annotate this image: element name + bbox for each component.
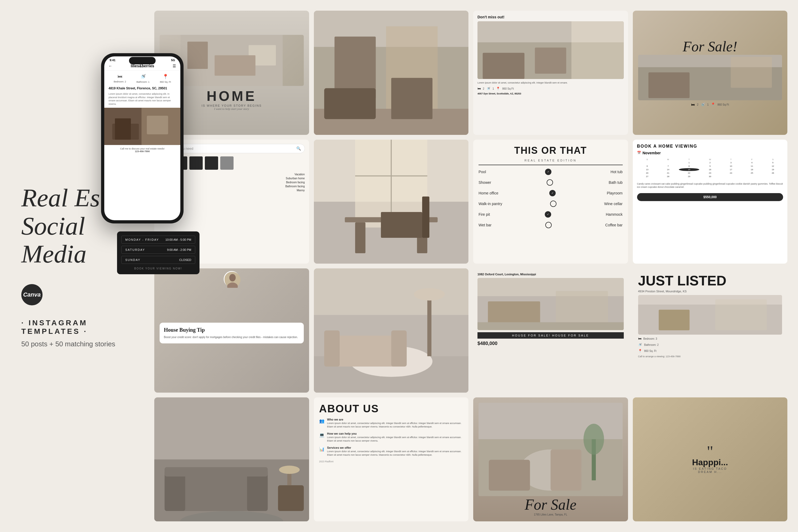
- sqft-info: 📍 860 Sq. Ft: [160, 74, 171, 83]
- template-grid: HOME IS WHERE YOUR STORY BEGINS I want t…: [154, 11, 787, 521]
- phone-signal: 5G: [171, 58, 175, 62]
- svg-rect-25: [731, 57, 772, 88]
- phone-back-icon[interactable]: ←: [109, 64, 112, 68]
- svg-rect-19: [571, 21, 624, 79]
- cell-tan-interior: [314, 268, 469, 393]
- about-who-section: 👥 Who we are Lorem ipsum dolor sit amet,…: [319, 418, 463, 429]
- about-year: 2023 Radfont: [319, 460, 463, 463]
- instagram-label: · INSTAGRAM TEMPLATES ·: [21, 319, 149, 336]
- schedule-card: MONDAY - FRIDAY 10:00 AM - 5:00 PM SATUR…: [117, 231, 200, 274]
- phone-app-name: lilies&berries: [131, 64, 154, 68]
- cell-this-or-that: THIS OR THAT REAL ESTATE EDITION Pool ✓ …: [473, 140, 628, 264]
- cell-about-us: ABOUT US 👥 Who we are Lorem ipsum dolor …: [314, 397, 469, 521]
- phone-property-icons: 🛏 Bedroom: 2 🚿 Bathroom: 1 📍 860 Sq. Ft: [104, 71, 180, 86]
- svg-rect-16: [391, 78, 432, 119]
- who-icon: 👥: [319, 418, 324, 423]
- about-services-text: Lorem ipsum dolor sit amet, consectetur …: [327, 450, 463, 457]
- agent-avatar: [224, 271, 240, 287]
- listing-price: $480,000: [477, 341, 624, 346]
- book-viewing-title: BOOK A HOME VIEWING: [637, 144, 783, 149]
- grid-section: HOME IS WHERE YOUR STORY BEGINS I want t…: [149, 0, 798, 532]
- monday-friday-time: 10:00 AM - 5:00 PM: [166, 238, 191, 241]
- cell-dont-miss: Don't miss out! Lorem ipsum dolor sit am…: [473, 11, 628, 135]
- tot-circle-pool: ✓: [545, 169, 551, 175]
- svg-rect-9: [215, 55, 255, 76]
- about-help-section: 💻 How we can help you Lorem ipsum dolor …: [319, 432, 463, 443]
- svg-rect-44: [427, 294, 432, 357]
- svg-rect-57: [715, 300, 766, 330]
- cell-for-sale-bottom: For Sale 1765 Lilies Lane, Tampa, FL: [473, 397, 628, 521]
- phone-mockup: 9:41 5G ← lilies&berries ☰ 🛏 Bedroom: 2 …: [101, 53, 194, 234]
- for-sale-bottom-address: 1765 Lilies Lane, Tampa, FL: [534, 513, 567, 516]
- bedroom-info: 🛏 Bedroom: 2: [114, 74, 126, 83]
- house-for-sale-banner: HOUSE FOR SALE! HOUSE FOR SALE: [477, 332, 624, 339]
- phone-screen: 9:41 5G ← lilies&berries ☰ 🛏 Bedroom: 2 …: [104, 56, 180, 220]
- svg-point-66: [279, 466, 300, 474]
- happiness-text: Happpi...: [692, 458, 728, 467]
- tip-text: Boost your credit score: don't apply for…: [164, 335, 300, 339]
- square-5: [220, 156, 233, 170]
- about-title: ABOUT US: [319, 403, 463, 415]
- phone-time: 9:41: [110, 58, 115, 62]
- saturday-label: SATURDAY: [125, 248, 145, 251]
- this-or-that-title: THIS OR THAT: [514, 145, 587, 156]
- cell-interior-1: [314, 11, 469, 135]
- phone-outer: 9:41 5G ← lilies&berries ☰ 🛏 Bedroom: 2 …: [101, 53, 184, 224]
- cell-sofa-room: [154, 397, 309, 521]
- this-or-that-subtitle: REAL ESTATE EDITION: [525, 159, 577, 162]
- just-listed-address: 4934 Preston Street, Moundridge, KS: [638, 290, 782, 293]
- svg-rect-56: [659, 310, 689, 330]
- saturday-time: 9:00 AM - 2:00 PM: [167, 248, 191, 251]
- phone-address: 4819 Khale Street, Florence, SC, 29501: [104, 86, 180, 91]
- svg-rect-33: [355, 222, 365, 253]
- phone-notch: [129, 57, 156, 64]
- svg-rect-52: [556, 291, 608, 327]
- calendar-month: November: [643, 151, 661, 155]
- svg-rect-53: [477, 322, 624, 330]
- about-help-title: How we can help you: [327, 432, 463, 435]
- cell-buying-tip: House Buying Tip Boost your credit score…: [154, 268, 309, 393]
- svg-rect-35: [381, 212, 422, 238]
- home-title: HOME: [207, 88, 257, 104]
- tot-row-homeoffice: Home office ✓ Playroom: [478, 189, 623, 197]
- just-listed-sqft: 📍 860 Sq. Ft: [638, 349, 782, 353]
- just-listed-specs: 🛏 Bedroom: 3: [638, 337, 782, 341]
- svg-point-74: [584, 424, 604, 455]
- cell-happiness: " Happpi... IS EATING TACO DREAM H...: [633, 397, 787, 521]
- svg-rect-71: [489, 460, 530, 491]
- saturday-row: SATURDAY 9:00 AM - 2:00 PM: [121, 246, 195, 254]
- dont-miss-icons: 🛏2 🚿1 📍860 Sq Ft: [477, 87, 624, 91]
- just-listed-title: JUST LISTED: [638, 274, 782, 288]
- just-listed-bath: 🚿 Bathroom: 2: [638, 343, 782, 347]
- dont-miss-desc: Lorem ipsum dolor sit amet, consectetur …: [477, 81, 624, 84]
- happiness-sub2: DREAM H...: [698, 470, 722, 474]
- canva-badge: Canva: [21, 284, 149, 305]
- tot-row-wetbar: Wet bar Coffee bar: [478, 221, 623, 229]
- svg-rect-21: [535, 48, 566, 74]
- square-4: [205, 156, 218, 170]
- cell-interior-2: [314, 140, 469, 264]
- about-who-title: Who we are: [327, 418, 463, 421]
- svg-rect-36: [422, 196, 429, 238]
- canva-logo: Canva: [21, 284, 42, 305]
- monday-friday-label: MONDAY - FRIDAY: [125, 238, 159, 241]
- sunday-time: CLOSED: [179, 258, 191, 262]
- svg-rect-47: [324, 330, 339, 366]
- svg-rect-48: [391, 330, 406, 366]
- search-icon[interactable]: 🔍: [296, 146, 301, 151]
- svg-rect-20: [483, 53, 525, 79]
- svg-rect-63: [165, 467, 268, 476]
- svg-rect-64: [278, 485, 304, 511]
- monday-friday-row: MONDAY - FRIDAY 10:00 AM - 5:00 PM: [121, 236, 195, 244]
- listing-address: 1082 Oxford Court, Lexington, Mississipp…: [477, 273, 624, 276]
- svg-point-38: [229, 274, 236, 281]
- svg-rect-5: [115, 118, 131, 140]
- home-subtitle: IS WHERE YOUR STORY BEGINS: [202, 104, 262, 107]
- about-services-title: Services we offer: [327, 446, 463, 449]
- tip-card: House Buying Tip Boost your credit score…: [159, 323, 304, 343]
- phone-menu-icon[interactable]: ☰: [173, 64, 176, 68]
- for-sale-bottom-script: For Sale: [525, 496, 576, 513]
- book-price-button[interactable]: $550,000: [637, 193, 783, 201]
- tot-circle-shower: [547, 179, 553, 186]
- tot-row-firepit: Fire pit ✓ Hammock: [478, 210, 623, 218]
